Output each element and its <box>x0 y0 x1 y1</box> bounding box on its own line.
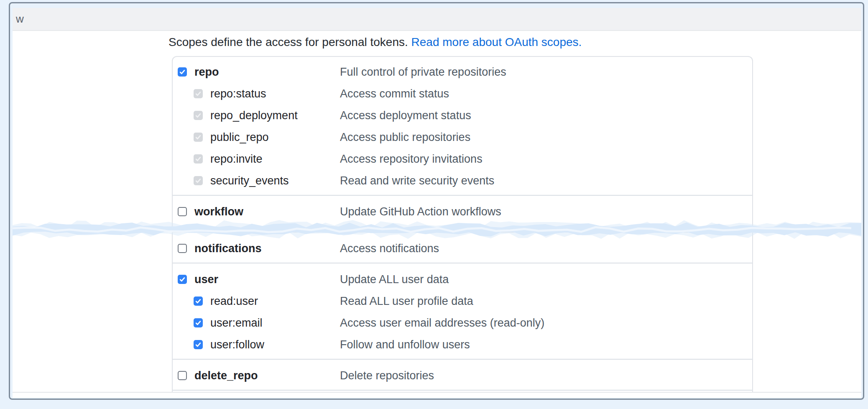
checkbox-user:follow[interactable] <box>194 340 203 349</box>
scope-description: Access deployment status <box>340 109 471 122</box>
scope-description: Update ALL user data <box>340 273 449 286</box>
scope-row-read:user: read:userRead ALL user profile data <box>173 290 752 312</box>
page-bottom-divider <box>13 392 861 393</box>
checkbox-delete_repo[interactable] <box>178 371 187 380</box>
scope-name: read:user <box>210 295 258 308</box>
scope-row-repo:invite: repo:inviteAccess repository invitations <box>173 148 752 170</box>
scope-description: Access public repositories <box>340 131 470 144</box>
scope-group-user: userUpdate ALL user dataread:userRead AL… <box>173 263 752 359</box>
scope-name: repo <box>194 66 219 79</box>
scope-description: Read and write security events <box>340 174 494 187</box>
scope-row-repo:status: repo:statusAccess commit status <box>173 83 752 105</box>
scope-description: Full control of private repositories <box>340 66 506 79</box>
scopes-intro: Scopes define the access for personal to… <box>168 36 582 49</box>
window-frame: w Scopes define the access for personal … <box>9 2 864 400</box>
scope-description: Update GitHub Action workflows <box>340 205 501 218</box>
scope-row-security_events: security_eventsRead and write security e… <box>173 170 752 192</box>
scope-row-user:follow: user:followFollow and unfollow users <box>173 334 752 355</box>
scope-name: notifications <box>194 242 262 255</box>
scope-row-user: userUpdate ALL user data <box>173 268 752 290</box>
checkbox-workflow[interactable] <box>178 207 187 216</box>
scope-row-notifications: notificationsAccess notifications <box>173 238 752 259</box>
note-input-value: w <box>16 13 24 26</box>
scope-description: Follow and unfollow users <box>340 338 470 351</box>
scope-name: user:follow <box>210 338 264 351</box>
scope-row-public_repo: public_repoAccess public repositories <box>173 126 752 148</box>
scope-description: Access commit status <box>340 87 449 100</box>
oauth-scopes-link[interactable]: Read more about OAuth scopes. <box>411 36 582 49</box>
scope-name: user <box>194 273 218 286</box>
scope-name: repo:status <box>210 87 266 100</box>
scope-row-repo: repoFull control of private repositories <box>173 61 752 83</box>
scope-name: security_events <box>210 174 289 187</box>
note-input[interactable]: w <box>13 8 861 31</box>
checkbox-repo:invite <box>194 154 203 164</box>
checkbox-security_events <box>194 176 203 185</box>
scope-name: public_repo <box>210 131 269 144</box>
checkbox-user:email[interactable] <box>194 318 203 327</box>
torn-edge-band <box>13 220 861 240</box>
scopes-intro-text: Scopes define the access for personal to… <box>168 36 411 49</box>
scope-row-repo_deployment: repo_deploymentAccess deployment status <box>173 105 752 126</box>
checkbox-repo_deployment <box>194 111 203 120</box>
scope-name: user:email <box>210 317 263 330</box>
scope-description: Access repository invitations <box>340 153 483 166</box>
scope-row-user:email: user:emailAccess user email addresses (r… <box>173 312 752 334</box>
scope-name: delete_repo <box>194 369 258 382</box>
checkbox-user[interactable] <box>178 275 187 284</box>
page: w Scopes define the access for personal … <box>13 8 861 398</box>
checkbox-read:user[interactable] <box>194 297 203 306</box>
scope-group-delete_repo: delete_repoDelete repositories <box>173 359 752 390</box>
scope-description: Delete repositories <box>340 369 434 382</box>
checkbox-public_repo <box>194 133 203 142</box>
scope-row-delete_repo: delete_repoDelete repositories <box>173 365 752 386</box>
checkbox-notifications[interactable] <box>178 244 187 253</box>
scope-name: repo:invite <box>210 153 263 166</box>
checkbox-repo:status <box>194 89 203 98</box>
scope-description: Access notifications <box>340 242 439 255</box>
scope-name: workflow <box>194 205 243 218</box>
scope-group-repo: repoFull control of private repositories… <box>173 57 752 195</box>
scope-description: Access user email addresses (read-only) <box>340 317 544 330</box>
scope-description: Read ALL user profile data <box>340 295 473 308</box>
checkbox-repo[interactable] <box>178 67 187 77</box>
scope-name: repo_deployment <box>210 109 298 122</box>
